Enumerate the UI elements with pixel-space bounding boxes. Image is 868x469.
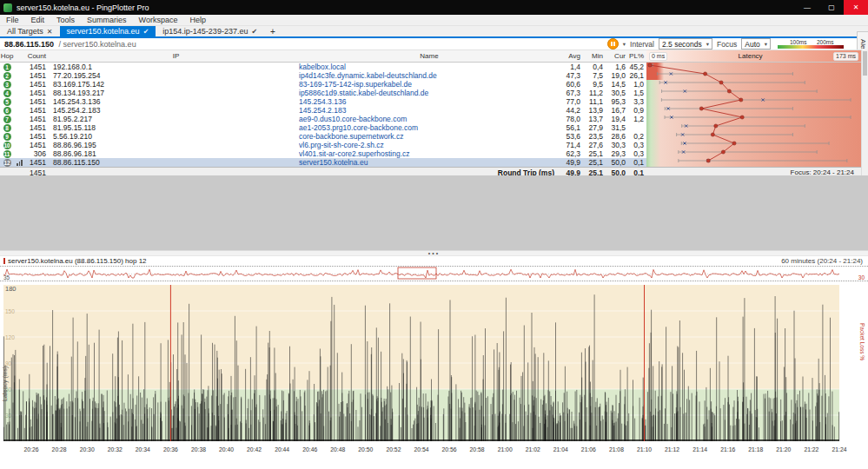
chevron-down-icon[interactable]: ▾ — [623, 41, 626, 48]
cell-ip: 83.169.175.142 — [50, 80, 299, 89]
menu-tools[interactable]: Tools — [50, 16, 81, 24]
cell-pl: 26,1 — [627, 71, 646, 80]
hop-badge: 11 — [0, 149, 14, 158]
table-row[interactable]: 3145183.169.175.14283-169-175-142-isp.su… — [0, 80, 861, 89]
table-row[interactable]: 914515.56.19.210core-backbone.supernetwo… — [0, 132, 861, 141]
hop-badge: 7 — [0, 115, 14, 123]
col-cur[interactable]: Cur — [605, 50, 627, 62]
scrollbar-thumb[interactable] — [863, 51, 867, 76]
cell-count: 1451 — [14, 115, 50, 123]
table-scrollbar[interactable] — [861, 50, 868, 175]
window-controls: — ▢ ✕ — [795, 0, 868, 15]
close-button[interactable]: ✕ — [844, 0, 868, 15]
menu-workspace[interactable]: Workspace — [133, 16, 184, 24]
time-tick: 20:48 — [328, 446, 348, 452]
focus-select[interactable]: Auto ▾ — [741, 38, 771, 50]
cell-name[interactable]: vl6.prg-sit-sh-core-2.sh.cz — [299, 141, 560, 149]
cell-ip: 81.95.2.217 — [50, 115, 299, 123]
table-row[interactable]: 8145181.95.15.118ae1-2053.prg10.core-bac… — [0, 123, 861, 132]
time-tick: 20:46 — [301, 446, 320, 452]
col-pl[interactable]: PL% — [627, 50, 646, 62]
menu-edit[interactable]: Edit — [25, 16, 51, 24]
col-latency[interactable]: 0 ms Latency 173 ms — [646, 50, 861, 62]
cell-pl: 0,2 — [627, 132, 646, 141]
hop-badge: 10 — [0, 141, 14, 149]
cell-name[interactable]: 83-169-175-142-isp.superkabel.de — [299, 80, 560, 89]
cell-min: 7,5 — [582, 71, 605, 80]
timeline-graph[interactable]: 306090120150180 — [0, 281, 868, 445]
table-row[interactable]: 12145188.86.115.150server150.kotelna.eu4… — [0, 158, 861, 167]
hop-badge: 1 — [0, 63, 14, 71]
cell-latency — [646, 115, 861, 123]
cell-name[interactable]: ae1-2053.prg10.core-backbone.com — [299, 123, 560, 132]
cell-count: 1451 — [14, 80, 50, 89]
cell-count: 1451 — [14, 132, 50, 141]
svg-text:150: 150 — [5, 308, 15, 314]
col-ip[interactable]: IP — [50, 50, 299, 62]
time-tick: 21:02 — [523, 446, 542, 452]
cell-ip: 88.134.193.217 — [50, 89, 299, 97]
menu-help[interactable]: Help — [183, 16, 212, 24]
tab-all-targets[interactable]: All Targets✕ — [0, 26, 60, 36]
cell-cur: 50,0 — [605, 158, 627, 167]
cell-name[interactable]: kabelbox.local — [299, 63, 560, 71]
svg-text:180: 180 — [5, 285, 17, 293]
table-row[interactable]: 1130688.86.96.181vl401.sit-ar-core2.supe… — [0, 149, 861, 158]
check-icon[interactable]: ✔ — [143, 28, 149, 36]
col-hop[interactable]: Hop — [0, 50, 14, 62]
splitter-handle[interactable]: ••• — [0, 250, 868, 256]
interval-select[interactable]: 2.5 seconds ▾ — [659, 38, 712, 50]
cell-name[interactable]: core-backbone.supernetwork.cz — [299, 132, 560, 141]
cell-name[interactable]: 145.254.3.136 — [299, 97, 560, 106]
cell-avg: 77,0 — [560, 97, 582, 106]
tab-server150-kotelna-eu[interactable]: server150.kotelna.eu✔ — [60, 26, 156, 36]
time-tick: 20:50 — [356, 446, 375, 452]
cell-name[interactable]: ip4d14c3fe.dynamic.kabel-deutschland.de — [299, 71, 560, 80]
maximize-button[interactable]: ▢ — [819, 0, 844, 15]
time-tick: 20:54 — [412, 446, 431, 452]
add-target-button[interactable]: + — [264, 26, 282, 36]
col-name[interactable]: Name — [299, 50, 560, 62]
cell-name[interactable]: vl401.sit-ar-core2.superhosting.cz — [299, 149, 560, 158]
hop-badge: 9 — [0, 132, 14, 141]
col-min[interactable]: Min — [582, 50, 605, 62]
cell-latency — [646, 71, 861, 80]
cell-cur: 14,5 — [605, 80, 627, 89]
cell-latency — [646, 97, 861, 106]
col-count[interactable]: Count — [14, 50, 50, 62]
table-row[interactable]: 10145188.86.96.195vl6.prg-sit-sh-core-2.… — [0, 141, 861, 149]
y2-axis-label: Packet Loss % — [859, 323, 865, 360]
tab-ip154-ip-145-239-237-eu[interactable]: ip154.ip-145-239-237.eu✔ — [156, 26, 264, 36]
timeline-title: server150.kotelna.eu (88.86.115.150) hop… — [8, 257, 147, 265]
time-tick: 20:34 — [133, 446, 152, 452]
cell-name[interactable]: 145.254.2.183 — [299, 106, 560, 115]
table-row[interactable]: 4145188.134.193.217ip5886c1d9.static.kab… — [0, 89, 861, 97]
cell-cur: 29,3 — [605, 149, 627, 158]
minimize-button[interactable]: — — [795, 0, 819, 15]
close-icon[interactable]: ✕ — [47, 28, 53, 36]
trace-run-button[interactable] — [607, 38, 619, 50]
cell-cur: 28,6 — [605, 132, 627, 141]
cell-name[interactable]: server150.kotelna.eu — [299, 158, 560, 167]
time-tick: 20:26 — [22, 446, 41, 452]
table-row[interactable]: 2145177.20.195.254ip4d14c3fe.dynamic.kab… — [0, 71, 861, 80]
cell-ip: 77.20.195.254 — [50, 71, 299, 80]
table-row[interactable]: 7145181.95.2.217ae9-0.dus10.core-backbon… — [0, 115, 861, 123]
time-tick: 20:30 — [77, 446, 96, 452]
cell-latency — [646, 89, 861, 97]
tab-bar: All Targets✕server150.kotelna.eu✔ip154.i… — [0, 26, 868, 38]
latency-title: Latency — [739, 50, 763, 62]
table-row[interactable]: 11451192.168.0.1kabelbox.local1,40,41,64… — [0, 63, 861, 71]
cell-name[interactable]: ae9-0.dus10.core-backbone.com — [299, 115, 560, 123]
table-row[interactable]: 51451145.254.3.136145.254.3.13677,011,19… — [0, 97, 861, 106]
menu-summaries[interactable]: Summaries — [81, 16, 133, 24]
check-icon[interactable]: ✔ — [251, 28, 257, 36]
time-tick: 21:12 — [663, 446, 682, 452]
table-row[interactable]: 61451145.254.2.183145.254.2.18344,213,91… — [0, 106, 861, 115]
col-avg[interactable]: Avg — [560, 50, 582, 62]
cell-min: 11,2 — [582, 89, 605, 97]
cell-name[interactable]: ip5886c1d9.static.kabel-deutschland.de — [299, 89, 560, 97]
cell-cur: 30,3 — [605, 141, 627, 149]
timeline-overview-strip[interactable]: 35 30 — [0, 266, 868, 281]
menu-file[interactable]: File — [0, 16, 25, 24]
